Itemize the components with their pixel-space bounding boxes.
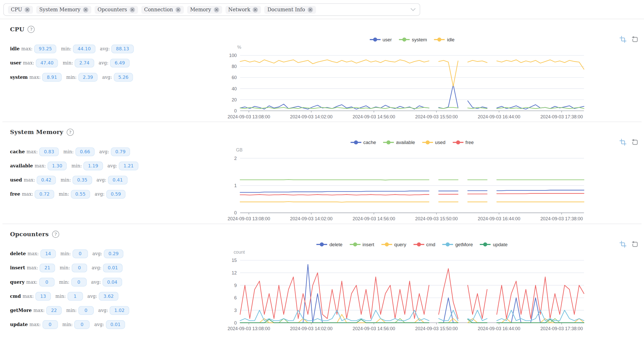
- stat-max-label: max:: [21, 46, 33, 52]
- metrics-filter-select[interactable]: CPUSystem MemoryOpcountersConnectionMemo…: [3, 3, 420, 16]
- stat-min-value: 2.74: [75, 59, 94, 68]
- stat-min-label: min:: [66, 74, 77, 80]
- remove-chip-button[interactable]: [214, 7, 219, 12]
- chart-cpu: usersystemidle020406080100%2024-09-03 13…: [226, 34, 644, 121]
- stat-avg-label: avg:: [92, 251, 102, 256]
- filter-chip-label: System Memory: [39, 7, 80, 12]
- line-chart-cpu[interactable]: 020406080100%2024-09-03 13:08:002024-09-…: [226, 44, 628, 121]
- help-icon[interactable]: ?: [28, 26, 35, 33]
- filter-chip-label: Document Info: [267, 7, 305, 12]
- stat-max-value: 93.25: [34, 45, 57, 53]
- svg-text:40: 40: [232, 86, 237, 91]
- legend-marker-icon: [381, 242, 392, 246]
- stat-name: cache: [10, 149, 25, 155]
- chevron-down-icon[interactable]: [411, 8, 416, 11]
- svg-text:3: 3: [234, 308, 237, 313]
- remove-chip-button[interactable]: [130, 7, 135, 12]
- filter-chip-label: Connection: [144, 7, 173, 12]
- legend-item-idle[interactable]: idle: [434, 37, 454, 42]
- legend-label: free: [465, 140, 474, 145]
- chart-system-memory: cacheavailableusedfree012GB2024-09-03 13…: [226, 137, 644, 224]
- stat-max-value: 0.42: [36, 176, 56, 184]
- legend-item-system[interactable]: system: [399, 37, 427, 42]
- stat-max-label: max:: [23, 294, 34, 299]
- stat-min-value: 0: [78, 306, 94, 315]
- remove-chip-button[interactable]: [25, 7, 30, 12]
- filter-chip-label: Opcounters: [97, 7, 127, 12]
- restore-icon[interactable]: [631, 139, 638, 146]
- stat-avg-value: 0.04: [103, 278, 122, 287]
- legend-item-getmore[interactable]: getMore: [442, 242, 473, 247]
- legend-marker-icon: [350, 140, 361, 145]
- datazoom-select-icon[interactable]: [619, 36, 627, 43]
- stat-min-label: min:: [59, 279, 69, 285]
- y-axis-unit: %: [237, 45, 241, 50]
- section-title: Opcounters: [10, 231, 49, 237]
- chart-opcounters: deleteinsertquerycmdgetMoreupdate0369121…: [226, 239, 644, 334]
- stat-name: idle: [10, 46, 20, 52]
- stat-min-label: min:: [60, 251, 71, 256]
- legend-label: getMore: [455, 242, 473, 247]
- remove-chip-button[interactable]: [176, 7, 181, 12]
- stat-max-value: 0: [39, 278, 54, 287]
- stat-min-value: 0.66: [75, 147, 95, 156]
- stat-avg-label: avg:: [95, 192, 104, 197]
- datazoom-select-icon[interactable]: [619, 241, 627, 248]
- legend-marker-icon: [349, 242, 360, 246]
- stat-max-value: 8.91: [42, 73, 61, 82]
- legend-item-query[interactable]: query: [381, 242, 406, 247]
- stat-max-label: max:: [27, 265, 38, 271]
- legend-marker-icon: [422, 140, 433, 145]
- remove-chip-button[interactable]: [253, 7, 258, 12]
- svg-text:2024-09-03 14:02:00: 2024-09-03 14:02:00: [290, 216, 333, 221]
- svg-text:15: 15: [232, 258, 237, 263]
- help-icon[interactable]: ?: [67, 128, 74, 136]
- svg-text:2024-09-03 13:08:00: 2024-09-03 13:08:00: [228, 114, 270, 119]
- svg-text:2024-09-03 17:38:00: 2024-09-03 17:38:00: [540, 114, 583, 119]
- legend-marker-icon: [413, 242, 424, 246]
- chart-head: cacheavailableusedfree: [226, 138, 644, 147]
- stat-row-free: freemax:0.72min:0.55avg:0.59: [10, 190, 226, 199]
- stat-min-label: min:: [62, 322, 72, 327]
- datazoom-select-icon[interactable]: [619, 139, 627, 146]
- remove-chip-button[interactable]: [83, 7, 88, 12]
- legend-item-available[interactable]: available: [383, 140, 415, 145]
- legend-marker-icon: [442, 242, 453, 246]
- legend-item-user[interactable]: user: [370, 37, 392, 42]
- legend-item-delete[interactable]: delete: [317, 242, 343, 247]
- stat-max-value: 0.72: [35, 190, 54, 199]
- svg-text:2024-09-03 15:50:00: 2024-09-03 15:50:00: [415, 216, 458, 221]
- remove-chip-button[interactable]: [308, 7, 313, 12]
- stat-avg-value: 0.29: [104, 250, 123, 258]
- stat-row-cache: cachemax:0.83min:0.66avg:0.79: [10, 147, 226, 156]
- legend-label: system: [412, 37, 427, 42]
- line-chart-opcounters[interactable]: 03691215count2024-09-03 13:08:002024-09-…: [226, 249, 628, 334]
- line-chart-system-memory[interactable]: 012GB2024-09-03 13:08:002024-09-03 14:02…: [226, 147, 628, 224]
- section-opcounters: Opcounters?deletemax:14min:0avg:0.29inse…: [0, 224, 644, 335]
- restore-icon[interactable]: [631, 36, 638, 43]
- legend-item-free[interactable]: free: [453, 140, 474, 145]
- restore-icon[interactable]: [631, 241, 638, 248]
- legend-item-used[interactable]: used: [422, 140, 446, 145]
- svg-text:2024-09-03 16:44:00: 2024-09-03 16:44:00: [478, 216, 520, 221]
- legend-label: user: [382, 37, 392, 42]
- stat-max-label: max:: [35, 163, 46, 169]
- legend-item-cmd[interactable]: cmd: [413, 242, 435, 247]
- stat-max-label: max:: [27, 251, 39, 256]
- help-icon[interactable]: ?: [52, 231, 59, 238]
- legend-item-insert[interactable]: insert: [349, 242, 374, 247]
- stat-row-available: availablemax:1.30min:1.19avg:1.21: [10, 161, 226, 170]
- y-axis-unit: count: [234, 250, 245, 255]
- stat-name: free: [10, 192, 20, 197]
- legend-item-update[interactable]: update: [480, 242, 508, 247]
- filter-chip-network: Network: [225, 6, 261, 14]
- legend-item-cache[interactable]: cache: [350, 140, 376, 145]
- svg-text:2024-09-03 14:02:00: 2024-09-03 14:02:00: [290, 114, 333, 119]
- stat-name: cmd: [10, 294, 21, 299]
- stat-max-value: 0.83: [39, 147, 59, 156]
- stat-avg-label: avg:: [94, 322, 104, 327]
- stat-max-value: 21: [40, 264, 55, 272]
- svg-text:2024-09-03 14:56:00: 2024-09-03 14:56:00: [353, 114, 395, 119]
- svg-text:12: 12: [232, 270, 237, 275]
- stat-avg-value: 0.01: [106, 320, 125, 329]
